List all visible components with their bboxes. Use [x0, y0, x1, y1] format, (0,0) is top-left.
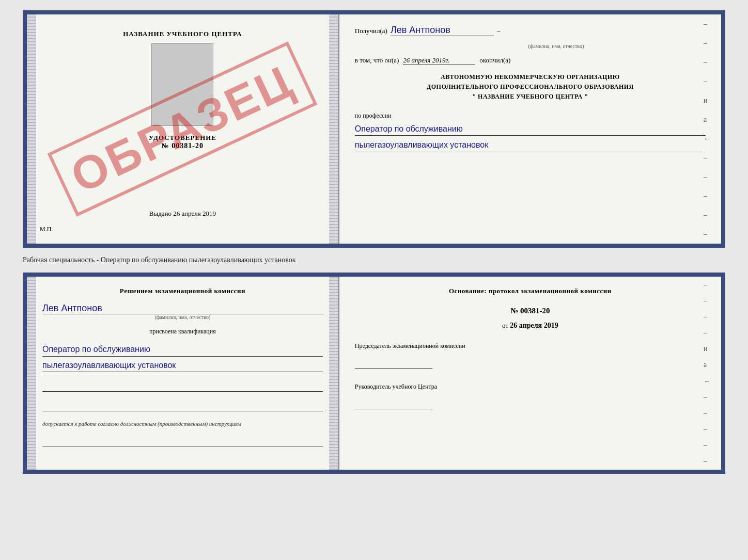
date-from-label: от [502, 322, 508, 329]
dash1: – [497, 27, 501, 35]
mp-label: М.П. [40, 226, 53, 233]
date-prefix: в том, что он(а) [355, 56, 399, 65]
org-block: АВТОНОМНУЮ НЕКОММЕРЧЕСКУЮ ОРГАНИЗАЦИЮ ДО… [355, 72, 706, 102]
date-line: в том, что он(а) 26 апреля 2019г. окончи… [355, 56, 706, 65]
qual-line2: пылегазоулавливающих установок [42, 359, 323, 373]
protocol-number: № 00381-20 [355, 307, 706, 315]
profession-label: по профессии [355, 112, 706, 120]
profession-section: по профессии Оператор по обслуживанию пы… [355, 109, 706, 152]
cert-doc-number: № 00381-20 [162, 142, 204, 150]
blank-line1 [42, 381, 323, 392]
issued-date: 26 апреля 2019 [173, 210, 216, 217]
received-line: Получил(а) Лев Антпонов – [355, 25, 706, 36]
chairman-sig-line [355, 353, 432, 369]
chairman-section: Председатель экзаменационной комиссии [355, 341, 706, 371]
profession-line2: пылегазоулавливающих установок [355, 138, 706, 152]
fio-label-top: (фамилия, имя, отчество) [407, 43, 706, 49]
issued-label: Выдано [149, 210, 172, 217]
cert-top-left: НАЗВАНИЕ УЧЕБНОГО ЦЕНТРА УДОСТОВЕРЕНИЕ №… [27, 14, 339, 244]
protocol-date-value: 26 апреля 2019 [510, 322, 558, 329]
director-section: Руководитель учебного Центра [355, 382, 706, 411]
chairman-label: Председатель экзаменационной комиссии [355, 341, 706, 350]
org-line3: " НАЗВАНИЕ УЧЕБНОГО ЦЕНТРА " [355, 92, 706, 102]
between-label: Рабочая специальность - Оператор по обсл… [23, 254, 725, 266]
org-line2: ДОПОЛНИТЕЛЬНОГО ПРОФЕССИОНАЛЬНОГО ОБРАЗО… [355, 82, 706, 92]
right-side-dashes-bot: – – – – и а ← – – – – – [704, 277, 711, 470]
cert-top-right: Получил(а) Лев Антпонов – (фамилия, имя,… [339, 14, 721, 244]
decision-name-block: Лев Антпонов (фамилия, имя, отчество) [42, 300, 323, 320]
decision-label: Решением экзаменационной комиссии [42, 287, 323, 295]
document-container: НАЗВАНИЕ УЧЕБНОГО ЦЕНТРА УДОСТОВЕРЕНИЕ №… [23, 10, 725, 474]
basis-label: Основание: протокол экзаменационной коми… [355, 287, 706, 295]
profession-line1: Оператор по обслуживанию [355, 122, 706, 136]
protocol-date: от 26 апреля 2019 [355, 322, 706, 330]
decision-person-name: Лев Антпонов [42, 303, 323, 314]
qualification-block: Оператор по обслуживанию пылегазоулавлив… [42, 341, 323, 372]
texture-right [329, 14, 338, 244]
blank-line2 [42, 401, 323, 411]
right-side-dashes-top: – – – – и а ← – – – – – [704, 14, 711, 244]
cert-doc-title: УДОСТОВЕРЕНИЕ [149, 134, 216, 142]
bottom-certificate: Решением экзаменационной комиссии Лев Ан… [23, 273, 725, 474]
date-value: 26 апреля 2019г. [403, 56, 475, 65]
texture-left [27, 14, 36, 244]
org-line1: АВТОНОМНУЮ НЕКОММЕРЧЕСКУЮ ОРГАНИЗАЦИЮ [355, 72, 706, 82]
cert-issued-line: Выдано 26 апреля 2019 [149, 210, 216, 218]
fio-label-bot: (фамилия, имя, отчество) [42, 314, 323, 320]
director-sig-line [355, 394, 432, 409]
director-label: Руководитель учебного Центра [355, 382, 706, 391]
cert-school-name-top: НАЗВАНИЕ УЧЕБНОГО ЦЕНТРА [123, 30, 242, 38]
qualification-label: присвоена квалификация [42, 328, 323, 335]
allowed-work-text: допускается к работе согласно должностны… [42, 421, 323, 427]
cert-bottom-left: Решением экзаменационной комиссии Лев Ан… [27, 277, 339, 470]
cert-bottom-right: Основание: протокол экзаменационной коми… [339, 277, 721, 470]
top-certificate: НАЗВАНИЕ УЧЕБНОГО ЦЕНТРА УДОСТОВЕРЕНИЕ №… [23, 10, 725, 248]
blank-line3 [42, 436, 323, 446]
received-name: Лев Антпонов [391, 25, 494, 36]
texture-left-bot [27, 277, 36, 470]
texture-right-bot [329, 277, 338, 470]
received-label: Получил(а) [355, 27, 387, 35]
qual-line1: Оператор по обслуживанию [42, 343, 323, 357]
cert-photo [151, 43, 213, 126]
date-suffix: окончил(а) [479, 56, 510, 65]
